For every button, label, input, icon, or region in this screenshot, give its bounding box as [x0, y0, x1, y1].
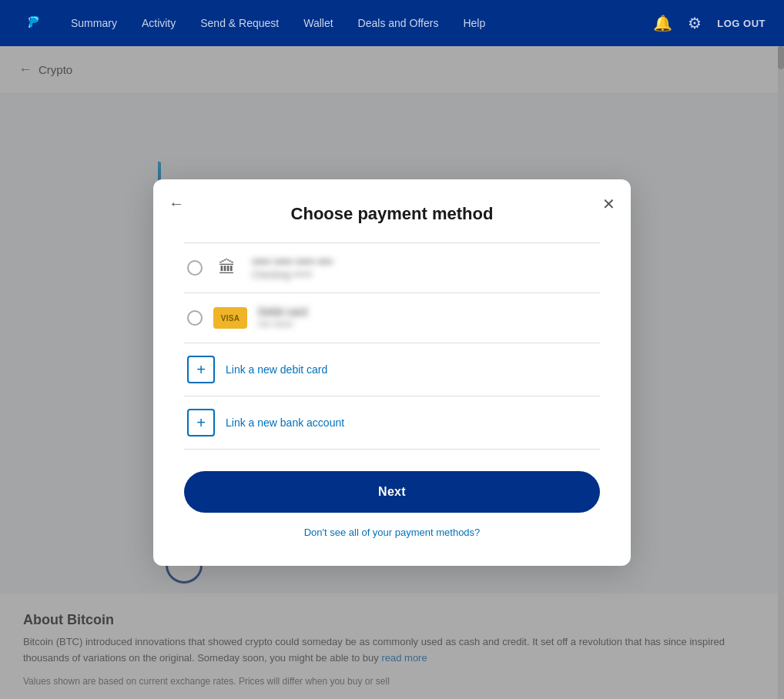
add-debit-label: Link a new debit card — [226, 363, 327, 376]
bank-detail: Checking •••••• — [252, 269, 333, 280]
navbar: Summary Activity Send & Request Wallet D… — [0, 0, 784, 46]
next-button[interactable]: Next — [184, 471, 600, 513]
paypal-logo — [18, 9, 46, 37]
navbar-actions: 🔔 ⚙ LOG OUT — [653, 14, 766, 32]
bank-radio[interactable] — [187, 260, 203, 276]
card-name: Debit card — [258, 306, 307, 318]
modal-back-button[interactable]: ← — [169, 195, 184, 212]
payment-method-modal: ← ✕ Choose payment method 🏛 ••••• ••••• … — [153, 179, 631, 566]
modal-close-button[interactable]: ✕ — [602, 195, 615, 213]
dont-see-link[interactable]: Don't see all of your payment methods? — [184, 527, 600, 538]
card-info: Debit card •••• •••••• — [258, 306, 307, 330]
card-badge: VISA — [213, 307, 247, 329]
nav-activity[interactable]: Activity — [142, 17, 176, 29]
nav-wallet[interactable]: Wallet — [303, 17, 333, 29]
logout-button[interactable]: LOG OUT — [717, 18, 766, 29]
nav-deals[interactable]: Deals and Offers — [358, 17, 439, 29]
navbar-links: Summary Activity Send & Request Wallet D… — [71, 17, 653, 29]
card-option[interactable]: VISA Debit card •••• •••••• — [184, 293, 600, 343]
card-detail: •••• •••••• — [258, 319, 307, 330]
add-debit-card-row[interactable]: + Link a new debit card — [184, 343, 600, 396]
nav-summary[interactable]: Summary — [71, 17, 117, 29]
nav-send-request[interactable]: Send & Request — [200, 17, 279, 29]
add-debit-icon: + — [187, 356, 215, 383]
add-bank-icon: + — [187, 409, 215, 436]
modal-title: Choose payment method — [184, 204, 600, 224]
bank-account-info: ••••• ••••• ••••• •••• Checking •••••• — [252, 256, 333, 280]
add-bank-account-row[interactable]: + Link a new bank account — [184, 396, 600, 450]
bank-account-option[interactable]: 🏛 ••••• ••••• ••••• •••• Checking •••••• — [184, 243, 600, 293]
add-bank-label: Link a new bank account — [226, 416, 344, 429]
modal-overlay: ← ✕ Choose payment method 🏛 ••••• ••••• … — [0, 46, 784, 699]
page-background: ← Crypto About Bitcoin Bitcoin (BTC) int… — [0, 46, 784, 699]
notification-icon[interactable]: 🔔 — [653, 14, 672, 32]
bank-name: ••••• ••••• ••••• •••• — [252, 256, 333, 268]
bank-icon: 🏛 — [213, 258, 241, 278]
card-radio[interactable] — [187, 310, 203, 326]
settings-icon[interactable]: ⚙ — [688, 14, 702, 32]
nav-help[interactable]: Help — [463, 17, 485, 29]
